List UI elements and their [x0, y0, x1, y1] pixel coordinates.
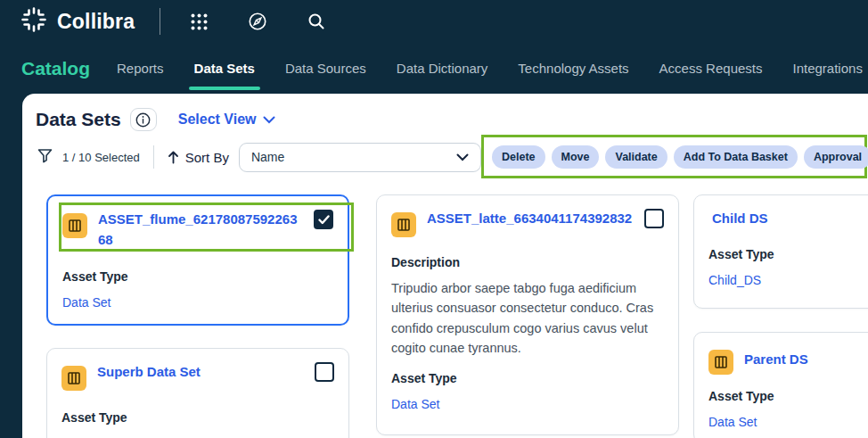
info-button[interactable]	[130, 108, 157, 131]
asset-type-label: Asset Type	[61, 410, 334, 425]
dataset-card-asset-flume[interactable]: ASSET_flume_6217808759226368 Asset Type …	[46, 194, 349, 326]
validate-button[interactable]: Validate	[605, 145, 667, 169]
brand-name: Collibra	[57, 10, 135, 34]
approval-button[interactable]: Approval	[804, 145, 868, 169]
description-text: Tripudio arbor saepe tabgo fuga aedifici…	[391, 278, 664, 359]
nav-section-catalog[interactable]: Catalog	[21, 58, 90, 79]
asset-type-link[interactable]: Child_DS	[708, 273, 868, 287]
bulk-actions-annotation-box: Delete Move Validate Add To Data Basket …	[481, 135, 867, 178]
card-checkbox-checked[interactable]	[314, 210, 333, 229]
page-title: Data Sets	[36, 109, 121, 130]
catalog-nav: Catalog Reports Data Sets Data Sources D…	[0, 43, 868, 94]
dataset-card-asset-latte[interactable]: ASSET_latte_6634041174392832 Description…	[376, 194, 679, 435]
tab-integrations[interactable]: Integrations	[791, 57, 864, 79]
tab-technology-assets[interactable]: Technology Assets	[516, 57, 630, 79]
asset-type-label: Asset Type	[62, 269, 333, 284]
select-view-label: Select View	[178, 112, 257, 128]
compass-icon[interactable]	[248, 12, 267, 31]
dataset-card-parent-ds[interactable]: Parent DS Asset Type Data Set	[693, 332, 868, 438]
data-set-asset-icon	[391, 212, 416, 237]
asset-type-label: Asset Type	[391, 371, 664, 385]
asset-type-label: Asset Type	[708, 247, 868, 261]
asset-title-link[interactable]: Superb Data Set	[97, 362, 304, 383]
delete-button[interactable]: Delete	[492, 145, 545, 169]
sort-by-label: Sort By	[185, 150, 229, 165]
data-set-asset-icon	[708, 350, 733, 375]
sort-field-select[interactable]: Name	[239, 143, 481, 172]
main-panel: Data Sets Select View 1 / 10 Selected	[22, 94, 868, 438]
chevron-down-icon	[456, 153, 469, 161]
tab-reports[interactable]: Reports	[115, 57, 166, 79]
add-to-data-basket-button[interactable]: Add To Data Basket	[674, 145, 798, 169]
app-header: Collibra	[0, 0, 868, 43]
collibra-logo[interactable]: Collibra	[20, 5, 135, 37]
tab-data-sources[interactable]: Data Sources	[283, 57, 368, 79]
sort-field-value: Name	[251, 150, 284, 164]
asset-title-link[interactable]: ASSET_latte_6634041174392832	[427, 209, 634, 229]
description-label: Description	[391, 255, 664, 269]
asset-type-label: Asset Type	[708, 389, 868, 403]
chevron-down-icon	[263, 116, 275, 124]
check-icon	[318, 215, 330, 225]
asset-title-link[interactable]: Child DS	[712, 209, 868, 229]
card-checkbox-unchecked[interactable]	[644, 209, 664, 228]
select-view-dropdown[interactable]: Select View	[178, 112, 276, 128]
divider	[153, 145, 154, 169]
data-set-asset-icon	[61, 366, 86, 391]
header-divider	[160, 8, 160, 35]
tab-data-sets[interactable]: Data Sets	[192, 57, 257, 79]
move-button[interactable]: Move	[552, 145, 600, 169]
card-checkbox-unchecked[interactable]	[315, 362, 334, 382]
app-grid-icon[interactable]	[189, 12, 209, 31]
arrow-up-icon	[168, 151, 179, 164]
asset-type-link[interactable]: Data Set	[708, 415, 868, 429]
asset-title-link[interactable]: Parent DS	[744, 350, 868, 370]
search-icon[interactable]	[307, 12, 326, 31]
collibra-logo-mark-icon	[20, 5, 48, 37]
asset-type-link[interactable]: Data Set	[391, 397, 664, 411]
selection-status: 1 / 10 Selected	[62, 151, 140, 164]
tab-access-requests[interactable]: Access Requests	[658, 57, 765, 79]
filter-icon[interactable]	[37, 148, 53, 167]
dataset-card-child-ds[interactable]: Child DS Asset Type Child_DS	[693, 194, 868, 309]
asset-title-link[interactable]: ASSET_flume_6217808759226368	[98, 210, 303, 250]
tab-data-dictionary[interactable]: Data Dictionary	[395, 57, 490, 79]
data-set-asset-icon	[62, 213, 87, 238]
asset-type-link[interactable]: Data Set	[62, 295, 333, 310]
dataset-card-superb[interactable]: Superb Data Set Asset Type Data Set	[46, 348, 349, 438]
sort-direction-toggle[interactable]: Sort By	[168, 150, 229, 165]
info-icon	[135, 112, 151, 128]
